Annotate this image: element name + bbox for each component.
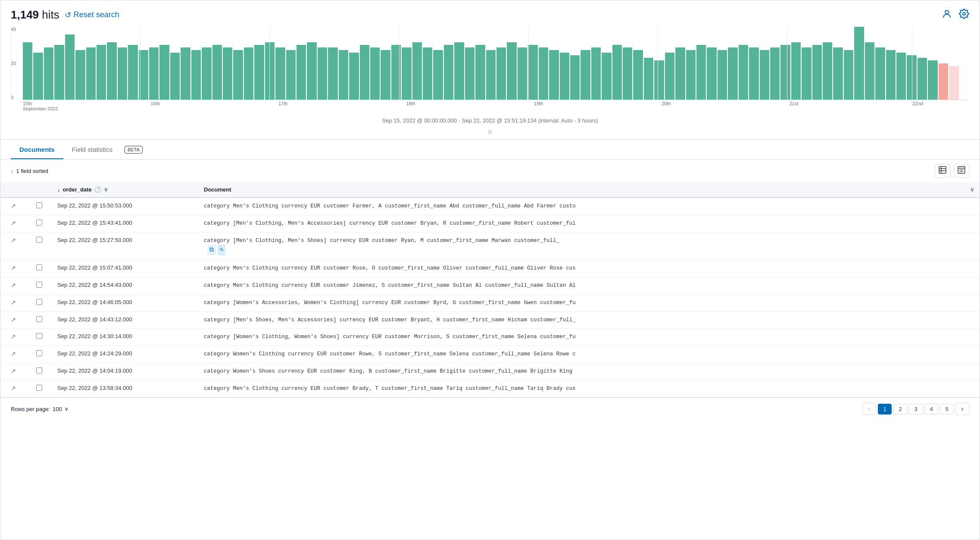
chart-bar[interactable] — [296, 45, 306, 100]
chart-bar[interactable] — [675, 47, 685, 100]
chart-bar[interactable] — [875, 47, 885, 100]
table-view-button[interactable] — [935, 164, 950, 178]
row-checkbox[interactable] — [36, 316, 42, 322]
chart-bar[interactable] — [802, 47, 811, 100]
chart-wrapper[interactable]: 40 20 0 15th September 202216th17th18th1… — [11, 27, 969, 113]
chart-bar[interactable] — [286, 50, 296, 100]
reset-search-button[interactable]: ↺ Reset search — [65, 10, 119, 20]
chart-bar[interactable] — [465, 47, 474, 100]
chart-bar[interactable] — [54, 45, 64, 100]
json-view-button[interactable] — [954, 164, 969, 178]
chart-drag-handle[interactable]: ≡ — [11, 126, 969, 139]
chart-bar[interactable] — [223, 47, 232, 100]
chart-bar[interactable] — [560, 53, 569, 100]
chart-bar[interactable] — [707, 47, 716, 100]
chart-bar[interactable] — [518, 47, 527, 100]
chart-bar[interactable] — [433, 50, 443, 100]
chart-bar[interactable] — [402, 47, 411, 100]
row-checkbox[interactable] — [36, 299, 42, 305]
chart-bar[interactable] — [539, 47, 548, 100]
chart-bar[interactable] — [170, 53, 180, 100]
expand-icon[interactable]: ↗ — [11, 202, 16, 209]
chart-bar[interactable] — [507, 42, 516, 100]
chart-bar[interactable] — [854, 27, 864, 100]
chart-bar[interactable] — [896, 53, 906, 100]
expand-icon[interactable]: ↗ — [11, 316, 16, 323]
chart-bar[interactable] — [454, 42, 464, 100]
next-page-button[interactable]: › — [955, 403, 969, 415]
chart-bar[interactable] — [275, 47, 285, 100]
chart-bar[interactable] — [633, 50, 643, 100]
chart-bar[interactable] — [570, 55, 580, 100]
chart-bar[interactable] — [475, 45, 485, 100]
chart-bar[interactable] — [444, 45, 453, 100]
row-checkbox[interactable] — [36, 220, 42, 226]
tab-field-statistics[interactable]: Field statistics — [63, 140, 121, 159]
chart-bar[interactable] — [665, 53, 674, 100]
chart-bar[interactable] — [86, 47, 96, 100]
chart-bar[interactable] — [97, 45, 106, 100]
row-checkbox[interactable] — [36, 350, 42, 356]
page-button-1[interactable]: 1 — [878, 404, 892, 414]
row-checkbox[interactable] — [36, 282, 42, 288]
row-checkbox[interactable] — [36, 264, 42, 270]
chart-bar[interactable] — [780, 45, 790, 100]
chart-bar[interactable] — [528, 45, 537, 100]
chart-bar[interactable] — [370, 47, 380, 100]
chart-bar[interactable] — [823, 42, 832, 100]
chart-bar[interactable] — [423, 47, 432, 100]
chart-bar[interactable] — [602, 53, 611, 100]
page-button-4[interactable]: 4 — [924, 404, 938, 414]
col-header-document[interactable]: Document ∨ — [199, 182, 980, 198]
chart-bar[interactable] — [318, 47, 327, 100]
doc-col-chevron[interactable]: ∨ — [970, 186, 974, 193]
chart-bar[interactable] — [328, 47, 337, 100]
chart-bar[interactable] — [44, 47, 53, 100]
tab-documents[interactable]: Documents — [11, 140, 63, 159]
expand-icon[interactable]: ↗ — [11, 237, 16, 244]
chart-bar[interactable] — [581, 50, 590, 100]
chart-bar[interactable] — [496, 47, 506, 100]
user-icon[interactable] — [942, 9, 952, 22]
chart-bar[interactable] — [381, 50, 390, 100]
chart-bar[interactable] — [360, 45, 369, 100]
col-header-order-date[interactable]: ↓ order_date 🕐 ∨ — [52, 182, 199, 198]
expand-icon[interactable]: ↗ — [11, 385, 16, 392]
expand-icon[interactable]: ↗ — [11, 264, 16, 271]
chart-bar[interactable] — [612, 45, 622, 100]
chart-bar[interactable] — [307, 42, 316, 100]
chart-bar[interactable] — [212, 45, 222, 100]
chart-bar[interactable] — [254, 45, 264, 100]
chart-bar[interactable] — [791, 42, 801, 100]
chart-bar[interactable] — [65, 35, 75, 100]
chart-bar[interactable] — [159, 45, 169, 100]
row-checkbox[interactable] — [36, 367, 42, 374]
chart-bar[interactable] — [33, 53, 43, 100]
chart-bar[interactable] — [939, 63, 948, 100]
chart-bar[interactable] — [833, 47, 843, 100]
chart-bar[interactable] — [623, 47, 632, 100]
expand-icon[interactable]: ↗ — [11, 299, 16, 306]
row-checkbox[interactable] — [36, 237, 42, 243]
chart-bar[interactable] — [349, 53, 359, 100]
rows-per-page-chevron[interactable]: ∨ — [65, 406, 69, 412]
expand-icon[interactable]: ↗ — [11, 367, 16, 374]
row-checkbox[interactable] — [36, 333, 42, 339]
edit-icon[interactable]: ✎ — [218, 245, 225, 255]
chart-bar[interactable] — [760, 50, 769, 100]
chart-bar[interactable] — [549, 50, 559, 100]
chart-bar[interactable] — [739, 45, 748, 100]
expand-icon[interactable]: ↗ — [11, 333, 16, 340]
chart-bar[interactable] — [770, 47, 780, 100]
chart-bar[interactable] — [191, 50, 201, 100]
chart-bar[interactable] — [391, 45, 401, 100]
chart-bar[interactable] — [696, 45, 706, 100]
expand-icon[interactable]: ↗ — [11, 282, 16, 289]
chart-bar[interactable] — [339, 50, 348, 100]
chart-bar[interactable] — [233, 50, 243, 100]
chart-bar[interactable] — [686, 50, 696, 100]
chart-bar[interactable] — [181, 47, 190, 100]
chart-bar[interactable] — [202, 47, 211, 100]
page-button-3[interactable]: 3 — [909, 404, 923, 414]
chart-bar[interactable] — [718, 50, 727, 100]
